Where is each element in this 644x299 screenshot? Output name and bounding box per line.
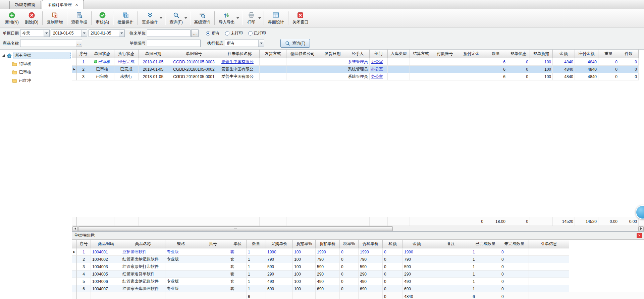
- column-header[interactable]: 单据状态: [90, 50, 114, 58]
- radio-all[interactable]: 所有: [206, 31, 220, 36]
- grid-cell[interactable]: 套: [229, 248, 247, 256]
- grid-cell[interactable]: 790: [403, 256, 431, 263]
- grid-cell[interactable]: 590: [316, 263, 340, 271]
- grid-cell[interactable]: 1: [77, 58, 90, 66]
- grid-cell[interactable]: 0: [500, 285, 529, 292]
- detail-row[interactable]: 31004003红管家票据打印软件套15901005900590059010: [72, 263, 569, 271]
- grid-cell[interactable]: 0: [383, 285, 403, 292]
- grid-cell[interactable]: 590: [403, 263, 431, 271]
- column-header[interactable]: 已完成数量: [471, 240, 500, 248]
- column-header[interactable]: 发货日期: [319, 50, 346, 58]
- grid-cell[interactable]: 系统管理员: [346, 66, 370, 73]
- tab-close-icon[interactable]: ✕: [75, 3, 78, 7]
- grid-cell[interactable]: 2018-01-05: [139, 58, 168, 66]
- grid-cell[interactable]: 爱普生中国有限公: [220, 73, 260, 80]
- order-row[interactable]: ▶2已审核已完成2018-01-05CGDD-20180105-0002爱普生中…: [72, 66, 639, 73]
- grid-cell[interactable]: 1004001: [91, 248, 121, 256]
- tree-item-audited[interactable]: 已审核: [0, 68, 72, 76]
- grid-cell[interactable]: 290: [266, 271, 293, 278]
- grid-cell[interactable]: 0: [598, 66, 619, 73]
- scrollbar-thumb[interactable]: [78, 226, 393, 231]
- grid-cell[interactable]: 已审核: [90, 73, 114, 80]
- detail-row[interactable]: ▶11004001亚拓管理软件专业版套119901001990019900199…: [72, 248, 569, 256]
- column-header[interactable]: 发货方式: [260, 50, 286, 58]
- column-header[interactable]: 规格: [165, 240, 197, 248]
- grid-cell[interactable]: 490: [316, 278, 340, 285]
- grid-cell[interactable]: 0: [507, 73, 530, 80]
- column-header[interactable]: 应付金额: [575, 50, 598, 58]
- scroll-left-button[interactable]: [72, 226, 78, 231]
- grid-cell[interactable]: 1004005: [91, 271, 121, 278]
- grid-cell[interactable]: 套: [229, 285, 247, 292]
- grid-cell[interactable]: 1: [247, 263, 266, 271]
- radio-printed[interactable]: 已打印: [248, 31, 266, 36]
- grid-cell[interactable]: [529, 278, 569, 285]
- grid-cell[interactable]: 红管家送货单软件: [121, 271, 165, 278]
- grid-cell[interactable]: 790: [266, 256, 293, 263]
- grid-cell[interactable]: [431, 285, 471, 292]
- grid-cell[interactable]: 部分完成: [114, 58, 139, 66]
- grid-cell[interactable]: 未执行: [114, 73, 139, 80]
- toolbar-query-button[interactable]: 查询(F): [166, 10, 189, 26]
- grid-cell[interactable]: [388, 66, 410, 73]
- column-header[interactable]: 商品名称: [121, 240, 165, 248]
- grid-cell[interactable]: 490: [266, 278, 293, 285]
- grid-cell[interactable]: 0: [500, 271, 529, 278]
- column-header[interactable]: 折扣单价: [316, 240, 340, 248]
- grid-cell[interactable]: 系统管理员: [346, 73, 370, 80]
- grid-cell[interactable]: 系统管理员: [346, 58, 370, 66]
- grid-cell[interactable]: 0: [507, 58, 530, 66]
- column-header[interactable]: 件数: [619, 50, 639, 58]
- grid-cell[interactable]: 专业版: [165, 256, 197, 263]
- grid-cell[interactable]: 6: [485, 58, 507, 66]
- grid-cell[interactable]: 0: [507, 66, 530, 73]
- grid-cell[interactable]: 690: [266, 285, 293, 292]
- grid-cell[interactable]: 2: [77, 256, 91, 263]
- grid-cell[interactable]: 3: [77, 263, 91, 271]
- date-to-combo[interactable]: 2018-01-05: [89, 29, 125, 37]
- copy-create-button[interactable]: 复制新增: [44, 10, 66, 26]
- grid-cell[interactable]: 2018-01-05: [139, 73, 168, 80]
- grid-cell[interactable]: 0: [340, 256, 359, 263]
- grid-cell[interactable]: 1: [247, 285, 266, 292]
- grid-cell[interactable]: 套: [229, 278, 247, 285]
- grid-cell[interactable]: 办公室: [370, 58, 388, 66]
- column-header[interactable]: 采购单价: [266, 240, 293, 248]
- grid-cell[interactable]: 0: [619, 73, 639, 80]
- grid-cell[interactable]: 1004002: [91, 256, 121, 263]
- grid-cell[interactable]: 100: [293, 278, 316, 285]
- detail-row[interactable]: 51004006红管家出纳记账软件专业版套1490100490049004901…: [72, 278, 569, 285]
- grid-cell[interactable]: 1: [471, 271, 500, 278]
- grid-cell[interactable]: 0: [340, 263, 359, 271]
- grid-cell[interactable]: [458, 58, 485, 66]
- dropdown-caret-icon[interactable]: [236, 17, 239, 19]
- grid-cell[interactable]: 已审核: [90, 66, 114, 73]
- grid-cell[interactable]: 爱普生中国有限公: [220, 58, 260, 66]
- vendor-picker-button[interactable]: …: [191, 29, 199, 37]
- column-header[interactable]: 预付定金: [458, 50, 485, 58]
- grid-cell[interactable]: [197, 263, 229, 271]
- grid-cell[interactable]: 0: [619, 66, 639, 73]
- grid-cell[interactable]: CGDD-20180105-0001: [168, 73, 220, 80]
- tree-item-pending-audit[interactable]: 待审核: [0, 60, 72, 68]
- grid-cell[interactable]: 0: [383, 248, 403, 256]
- grid-cell[interactable]: 2018-01-05: [139, 66, 168, 73]
- column-header[interactable]: 序号: [77, 240, 91, 248]
- column-header[interactable]: 部门: [370, 50, 388, 58]
- grid-cell[interactable]: 1: [247, 278, 266, 285]
- grid-cell[interactable]: [260, 73, 286, 80]
- grid-cell[interactable]: 办公室: [370, 66, 388, 73]
- grid-cell[interactable]: [260, 66, 286, 73]
- grid-cell[interactable]: 4840: [553, 58, 575, 66]
- grid-cell[interactable]: [431, 256, 471, 263]
- grid-cell[interactable]: [165, 263, 197, 271]
- column-header[interactable]: 单位: [229, 240, 247, 248]
- grid-cell[interactable]: 0: [383, 278, 403, 285]
- column-header[interactable]: 金额: [553, 50, 575, 58]
- grid-cell[interactable]: [432, 73, 458, 80]
- column-header[interactable]: 数量: [485, 50, 507, 58]
- grid-cell[interactable]: [319, 58, 346, 66]
- ui-design-button[interactable]: 界面设计: [265, 10, 287, 26]
- column-header[interactable]: 物流快递公司: [286, 50, 319, 58]
- grid-cell[interactable]: 490: [359, 278, 383, 285]
